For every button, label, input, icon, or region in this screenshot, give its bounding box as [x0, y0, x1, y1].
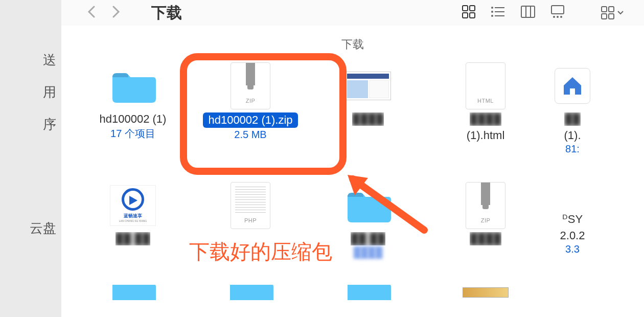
file-subtitle: 17 个项目 — [110, 127, 155, 141]
svg-rect-10 — [521, 6, 535, 17]
svg-rect-0 — [463, 6, 468, 11]
group-button[interactable] — [600, 5, 624, 20]
file-name: ██ ██ — [351, 232, 385, 245]
zip-icon: ZIP — [225, 62, 276, 109]
file-name: ████ — [470, 112, 501, 126]
php-file-item[interactable]: PHP — [194, 182, 307, 270]
section-header: 下载 — [61, 26, 644, 57]
svg-point-9 — [491, 15, 493, 17]
nav-arrows — [87, 5, 121, 21]
column-view-button[interactable] — [520, 4, 536, 21]
main: 下载 下载 — [61, 0, 644, 317]
svg-point-15 — [557, 16, 559, 18]
icon-view-button[interactable] — [461, 4, 476, 21]
folder-item[interactable] — [194, 285, 307, 312]
file-grid: hd100002 (1) 17 个项目 ZIP hd100002 (1).zip… — [61, 57, 644, 317]
folder-item[interactable]: ██ ██ ████ — [312, 182, 424, 270]
file-subtitle: 81: — [565, 143, 580, 155]
sidebar-item[interactable]: 用 — [0, 78, 61, 106]
php-icon: PHP — [225, 182, 276, 229]
file-name: (1).html — [467, 129, 505, 142]
view-switcher — [461, 4, 624, 21]
svg-point-16 — [560, 16, 562, 18]
folder-icon — [342, 285, 394, 300]
back-button[interactable] — [87, 5, 96, 21]
sidebar-item[interactable]: 云盘 — [0, 214, 61, 242]
file-subtitle: 3.3 — [565, 243, 580, 255]
forward-button[interactable] — [111, 5, 121, 21]
svg-rect-20 — [609, 14, 614, 19]
file-name: 2.0.2 — [560, 229, 585, 242]
file-name: ████ — [352, 112, 384, 126]
file-name: ██ ██ — [116, 232, 150, 245]
svg-rect-19 — [602, 14, 607, 19]
zip-file-item[interactable]: ZIP hd100002 (1).zip 2.5 MB — [194, 62, 307, 167]
folder-item[interactable] — [77, 285, 189, 312]
svg-rect-3 — [470, 13, 475, 18]
file-name: hd100002 (1) — [100, 112, 167, 126]
html-file-item[interactable]: HTML ████ (1).html — [429, 62, 542, 167]
folder-icon — [225, 285, 276, 300]
sidebar-item[interactable]: 送 — [0, 46, 61, 74]
toolbar: 下载 — [61, 0, 644, 26]
sidebar-item[interactable]: 序 — [0, 110, 61, 139]
photo-icon — [460, 285, 511, 300]
svg-point-14 — [553, 16, 555, 18]
file-subtitle: ████ — [354, 246, 383, 258]
folder-icon — [342, 182, 394, 229]
folder-icon — [107, 62, 158, 109]
file-item[interactable]: ████ — [312, 62, 424, 167]
folder-icon — [107, 285, 158, 300]
zip-icon: ZIP — [460, 182, 511, 229]
gallery-view-button[interactable] — [550, 4, 565, 21]
svg-point-8 — [491, 11, 493, 13]
house-icon — [547, 62, 598, 109]
svg-rect-18 — [609, 7, 614, 12]
thumbnail-icon — [342, 62, 394, 109]
window-title: 下载 — [151, 3, 182, 24]
list-view-button[interactable] — [491, 4, 506, 21]
file-name: ██ — [564, 112, 580, 126]
sidebar: 送 用 序 云盘 — [0, 0, 61, 317]
file-item[interactable]: 蓝畅速享 LAN CHANG SU XIANG ██ ██ — [77, 182, 189, 270]
svg-rect-1 — [470, 6, 475, 11]
file-subtitle: 2.5 MB — [234, 129, 266, 141]
zip-file-item[interactable]: ZIP ████ — [429, 182, 542, 270]
svg-rect-2 — [463, 13, 468, 18]
file-item[interactable]: ᴰSY 2.0.2 3.3 — [547, 182, 598, 270]
file-name: ᴰSY — [562, 213, 583, 226]
folder-item[interactable] — [312, 285, 424, 312]
file-item[interactable] — [429, 285, 542, 312]
file-name: ████ — [470, 232, 501, 245]
svg-rect-13 — [551, 6, 564, 14]
file-item[interactable]: ██ (1). 81: — [547, 62, 598, 167]
svg-rect-17 — [602, 7, 607, 12]
svg-point-7 — [491, 7, 493, 9]
logo-icon: 蓝畅速享 LAN CHANG SU XIANG — [107, 182, 158, 229]
folder-item[interactable]: hd100002 (1) 17 个项目 — [77, 62, 189, 167]
file-name: hd100002 (1).zip — [203, 112, 297, 128]
file-name: (1). — [564, 129, 581, 142]
html-icon: HTML — [460, 62, 511, 109]
